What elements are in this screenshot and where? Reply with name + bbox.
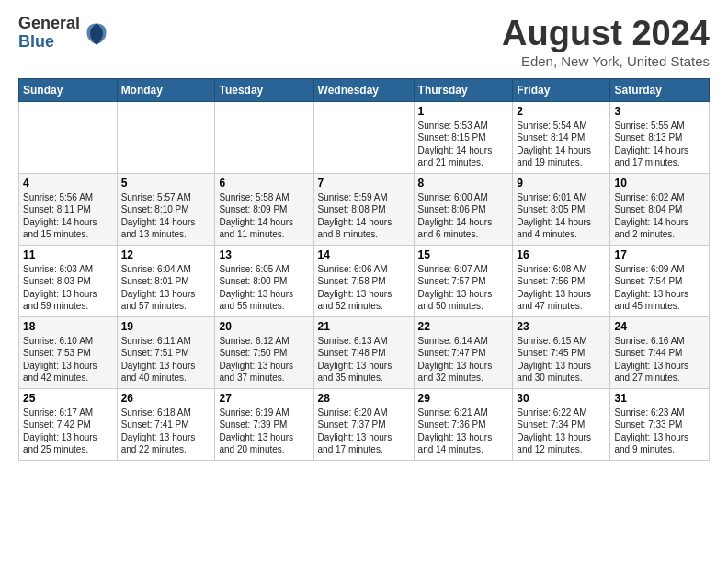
day-of-week-header: Monday: [117, 78, 215, 101]
day-number: 25: [23, 392, 113, 405]
logo: General Blue: [18, 15, 109, 52]
day-info: Sunrise: 6:16 AMSunset: 7:44 PMDaylight:…: [614, 335, 705, 385]
day-info: Sunrise: 6:14 AMSunset: 7:47 PMDaylight:…: [418, 335, 509, 385]
day-number: 14: [318, 248, 410, 261]
day-of-week-header: Tuesday: [215, 78, 313, 101]
day-number: 11: [23, 248, 113, 261]
day-number: 6: [219, 177, 309, 190]
calendar-day-cell: 13Sunrise: 6:05 AMSunset: 8:00 PMDayligh…: [215, 245, 313, 316]
calendar-day-cell: 21Sunrise: 6:13 AMSunset: 7:48 PMDayligh…: [313, 316, 414, 388]
day-number: 29: [418, 392, 509, 405]
calendar-day-cell: 19Sunrise: 6:11 AMSunset: 7:51 PMDayligh…: [117, 316, 215, 388]
day-info: Sunrise: 6:00 AMSunset: 8:06 PMDaylight:…: [418, 191, 509, 241]
day-info: Sunrise: 6:22 AMSunset: 7:34 PMDaylight:…: [517, 407, 606, 456]
calendar-day-cell: 22Sunrise: 6:14 AMSunset: 7:47 PMDayligh…: [414, 316, 513, 388]
month-title: August 2024: [502, 15, 710, 53]
day-info: Sunrise: 6:23 AMSunset: 7:33 PMDaylight:…: [614, 407, 705, 456]
calendar-day-cell: 25Sunrise: 6:17 AMSunset: 7:42 PMDayligh…: [19, 388, 118, 460]
calendar-day-cell: 9Sunrise: 6:01 AMSunset: 8:05 PMDaylight…: [513, 173, 610, 245]
calendar-day-cell: 15Sunrise: 6:07 AMSunset: 7:57 PMDayligh…: [414, 245, 513, 316]
calendar-day-cell: 31Sunrise: 6:23 AMSunset: 7:33 PMDayligh…: [610, 388, 710, 460]
calendar-day-cell: 6Sunrise: 5:58 AMSunset: 8:09 PMDaylight…: [215, 173, 313, 245]
day-number: 22: [418, 320, 509, 333]
day-number: 27: [219, 392, 309, 405]
calendar-day-cell: [117, 101, 215, 173]
calendar-day-cell: 20Sunrise: 6:12 AMSunset: 7:50 PMDayligh…: [215, 316, 313, 388]
day-number: 9: [517, 177, 606, 190]
day-number: 1: [418, 105, 509, 118]
day-info: Sunrise: 6:04 AMSunset: 8:01 PMDaylight:…: [121, 263, 211, 313]
calendar-day-cell: 16Sunrise: 6:08 AMSunset: 7:56 PMDayligh…: [513, 245, 610, 316]
day-number: 12: [121, 248, 211, 261]
day-info: Sunrise: 5:57 AMSunset: 8:10 PMDaylight:…: [121, 191, 211, 241]
day-info: Sunrise: 5:55 AMSunset: 8:13 PMDaylight:…: [614, 120, 705, 169]
day-info: Sunrise: 6:09 AMSunset: 7:54 PMDaylight:…: [614, 263, 705, 313]
calendar-day-cell: 18Sunrise: 6:10 AMSunset: 7:53 PMDayligh…: [19, 316, 118, 388]
page: General Blue August 2024 Eden, New York,…: [0, 0, 728, 563]
calendar-week-row: 11Sunrise: 6:03 AMSunset: 8:03 PMDayligh…: [19, 245, 710, 316]
calendar-day-cell: [313, 101, 414, 173]
day-number: 23: [517, 320, 606, 333]
day-info: Sunrise: 6:15 AMSunset: 7:45 PMDaylight:…: [517, 335, 606, 385]
calendar-day-cell: 24Sunrise: 6:16 AMSunset: 7:44 PMDayligh…: [610, 316, 710, 388]
day-number: 15: [418, 248, 509, 261]
calendar-day-cell: 7Sunrise: 5:59 AMSunset: 8:08 PMDaylight…: [313, 173, 414, 245]
day-info: Sunrise: 5:54 AMSunset: 8:14 PMDaylight:…: [517, 120, 606, 169]
calendar-day-cell: 26Sunrise: 6:18 AMSunset: 7:41 PMDayligh…: [117, 388, 215, 460]
calendar-day-cell: 14Sunrise: 6:06 AMSunset: 7:58 PMDayligh…: [313, 245, 414, 316]
calendar-day-cell: 8Sunrise: 6:00 AMSunset: 8:06 PMDaylight…: [414, 173, 513, 245]
day-number: 8: [418, 177, 509, 190]
calendar-day-cell: 2Sunrise: 5:54 AMSunset: 8:14 PMDaylight…: [513, 101, 610, 173]
day-number: 31: [614, 392, 705, 405]
day-info: Sunrise: 5:56 AMSunset: 8:11 PMDaylight:…: [23, 191, 113, 241]
calendar-day-cell: 30Sunrise: 6:22 AMSunset: 7:34 PMDayligh…: [513, 388, 610, 460]
calendar-day-cell: 11Sunrise: 6:03 AMSunset: 8:03 PMDayligh…: [19, 245, 118, 316]
day-info: Sunrise: 6:19 AMSunset: 7:39 PMDaylight:…: [219, 407, 309, 456]
calendar-day-cell: [19, 101, 118, 173]
day-info: Sunrise: 5:58 AMSunset: 8:09 PMDaylight:…: [219, 191, 309, 241]
day-info: Sunrise: 6:11 AMSunset: 7:51 PMDaylight:…: [121, 335, 211, 385]
calendar-header-row: SundayMondayTuesdayWednesdayThursdayFrid…: [19, 78, 710, 101]
day-info: Sunrise: 6:17 AMSunset: 7:42 PMDaylight:…: [23, 407, 113, 456]
day-number: 19: [121, 320, 211, 333]
day-of-week-header: Thursday: [414, 78, 513, 101]
day-of-week-header: Friday: [513, 78, 610, 101]
day-info: Sunrise: 5:59 AMSunset: 8:08 PMDaylight:…: [318, 191, 410, 241]
calendar-day-cell: 5Sunrise: 5:57 AMSunset: 8:10 PMDaylight…: [117, 173, 215, 245]
day-info: Sunrise: 6:13 AMSunset: 7:48 PMDaylight:…: [318, 335, 410, 385]
calendar-day-cell: 10Sunrise: 6:02 AMSunset: 8:04 PMDayligh…: [610, 173, 710, 245]
day-info: Sunrise: 6:03 AMSunset: 8:03 PMDaylight:…: [23, 263, 113, 313]
calendar-table: SundayMondayTuesdayWednesdayThursdayFrid…: [18, 78, 710, 461]
day-info: Sunrise: 6:01 AMSunset: 8:05 PMDaylight:…: [517, 191, 606, 241]
day-info: Sunrise: 6:07 AMSunset: 7:57 PMDaylight:…: [418, 263, 509, 313]
day-number: 13: [219, 248, 309, 261]
day-info: Sunrise: 6:10 AMSunset: 7:53 PMDaylight:…: [23, 335, 113, 385]
day-of-week-header: Sunday: [19, 78, 118, 101]
logo-blue: Blue: [18, 33, 80, 52]
day-number: 16: [517, 248, 606, 261]
calendar-week-row: 1Sunrise: 5:53 AMSunset: 8:15 PMDaylight…: [19, 101, 710, 173]
calendar-day-cell: 3Sunrise: 5:55 AMSunset: 8:13 PMDaylight…: [610, 101, 710, 173]
day-number: 21: [318, 320, 410, 333]
day-number: 20: [219, 320, 309, 333]
day-number: 28: [318, 392, 410, 405]
day-number: 4: [23, 177, 113, 190]
calendar-day-cell: 1Sunrise: 5:53 AMSunset: 8:15 PMDaylight…: [414, 101, 513, 173]
day-number: 3: [614, 105, 705, 118]
day-number: 18: [23, 320, 113, 333]
logo-text: General Blue: [18, 15, 80, 52]
day-number: 10: [614, 177, 705, 190]
calendar-day-cell: 28Sunrise: 6:20 AMSunset: 7:37 PMDayligh…: [313, 388, 414, 460]
calendar-day-cell: 17Sunrise: 6:09 AMSunset: 7:54 PMDayligh…: [610, 245, 710, 316]
calendar-day-cell: 4Sunrise: 5:56 AMSunset: 8:11 PMDaylight…: [19, 173, 118, 245]
calendar-day-cell: [215, 101, 313, 173]
logo-icon: [84, 20, 109, 46]
day-number: 5: [121, 177, 211, 190]
day-info: Sunrise: 6:08 AMSunset: 7:56 PMDaylight:…: [517, 263, 606, 313]
calendar-day-cell: 29Sunrise: 6:21 AMSunset: 7:36 PMDayligh…: [414, 388, 513, 460]
day-number: 17: [614, 248, 705, 261]
day-info: Sunrise: 6:06 AMSunset: 7:58 PMDaylight:…: [318, 263, 410, 313]
day-info: Sunrise: 5:53 AMSunset: 8:15 PMDaylight:…: [418, 120, 509, 169]
calendar-day-cell: 27Sunrise: 6:19 AMSunset: 7:39 PMDayligh…: [215, 388, 313, 460]
day-info: Sunrise: 6:20 AMSunset: 7:37 PMDaylight:…: [318, 407, 410, 456]
